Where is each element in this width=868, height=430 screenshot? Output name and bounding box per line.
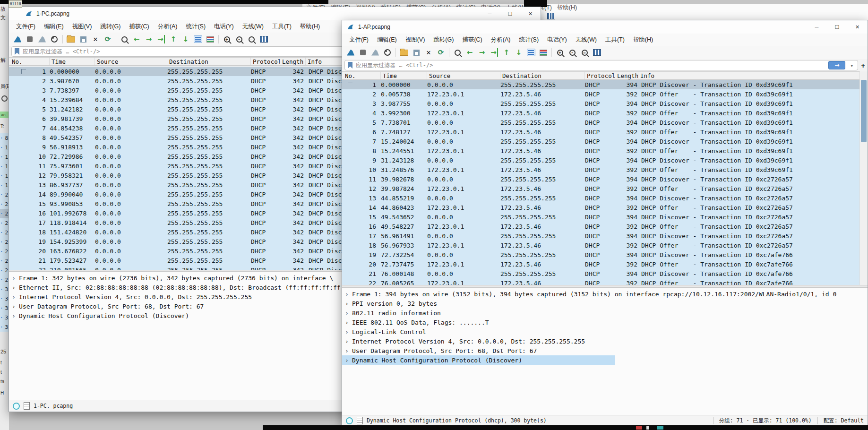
go-forward-icon[interactable]: → [143,34,155,45]
column-header-length[interactable]: Length [615,72,638,79]
packet-row[interactable]: 2276.005265172.23.0.1172.23.5.46DHCP392D… [342,278,859,285]
column-header-no[interactable]: No. [342,72,381,79]
packet-row[interactable]: 1856.967933172.23.0.1172.23.5.46DHCP392D… [342,241,859,250]
bookmark-icon[interactable] [15,48,19,55]
packet-row[interactable]: 43.992300172.23.0.1172.23.5.46DHCP392DHC… [342,108,859,118]
packet-row[interactable]: 1649.548227172.23.0.1172.23.5.46DHCP392D… [342,222,859,231]
packet-row[interactable]: 2072.737475172.23.0.1172.23.5.46DHCP392D… [342,259,859,269]
menu-item[interactable]: 无线(W) [238,23,268,31]
packet-list[interactable]: 10.0000000.0.0.0255.255.255.255DHCP394DH… [342,80,859,285]
column-header-time[interactable]: Time [50,58,95,65]
menu-item[interactable]: 编辑(E) [373,36,401,44]
menu-item[interactable]: 视图(V) [68,23,96,31]
expander-icon[interactable]: › [345,338,352,345]
detail-tree-row[interactable]: ›802.11 radio information [342,308,868,318]
detail-tree-row[interactable]: ›Frame 1: 394 bytes on wire (3152 bits),… [342,289,868,299]
packet-row[interactable]: 67.748127172.23.0.1172.23.5.46DHCP392DHC… [342,127,859,137]
titlebar[interactable]: 1-AP.pcapng ─ ☐ ✕ [342,20,868,34]
packet-row[interactable]: 57.7387010.0.0.0255.255.255.255DHCP394DH… [342,118,859,127]
detail-tree-row[interactable]: ›PPI version 0, 32 bytes [342,299,868,308]
menu-item[interactable]: 文件(F) [345,36,373,44]
minimize-button[interactable]: ─ [807,20,827,34]
find-packet-icon[interactable] [451,47,464,58]
restart-capture-icon[interactable] [36,34,48,45]
resize-columns-icon[interactable] [591,47,603,58]
expander-icon[interactable]: › [12,303,19,310]
maximize-button[interactable]: ☐ [827,20,847,34]
go-last-icon[interactable]: ↓ [513,47,525,58]
close-file-icon[interactable]: ✕ [89,34,102,45]
find-packet-icon[interactable] [118,34,130,45]
zoom-in-icon[interactable]: + [554,47,566,58]
go-back-icon[interactable]: ← [464,47,476,58]
menu-item[interactable]: 视图(V) [401,36,430,44]
packet-row[interactable]: 1549.5436520.0.0.0255.255.255.255DHCP394… [342,212,859,222]
close-button[interactable]: ✕ [847,20,868,34]
auto-scroll-icon[interactable] [525,47,537,58]
titlebar[interactable]: 1-PC.pcapng ─ ☐ ✕ [9,7,541,21]
menu-item[interactable]: 捕获(C) [458,36,486,44]
column-header-destination[interactable]: Destination [500,72,585,79]
go-last-icon[interactable]: ↓ [180,34,192,45]
add-filter-button[interactable]: + [861,61,865,69]
column-header-no[interactable]: No. [9,58,50,65]
packet-row[interactable]: 815.244551172.23.0.1172.23.5.46DHCP392DH… [342,146,859,155]
column-header-destination[interactable]: Destination [167,58,251,65]
apply-filter-button[interactable]: → [828,61,845,69]
colorize-icon[interactable] [204,34,216,45]
column-header-length[interactable]: Length [280,58,306,65]
expander-icon[interactable]: › [345,357,352,364]
menu-item[interactable]: 统计(S) [515,36,543,44]
expander-icon[interactable]: › [12,293,19,301]
open-file-icon[interactable] [398,47,410,58]
close-file-icon[interactable]: ✕ [422,47,435,58]
expander-icon[interactable]: › [345,319,352,326]
stop-capture-icon[interactable] [24,34,36,45]
detail-tree-row[interactable]: ›Logical-Link Control [342,327,868,336]
detail-tree-row[interactable]: ›User Datagram Protocol, Src Port: 68, D… [342,346,868,355]
menu-item[interactable]: 帮助(H) [629,36,657,44]
go-forward-icon[interactable]: → [476,47,488,58]
packet-row[interactable]: 931.2431280.0.0.0255.255.255.255DHCP394D… [342,155,859,165]
filter-dropdown-caret-icon[interactable]: ▾ [851,63,853,68]
go-back-icon[interactable]: ← [130,34,143,45]
auto-scroll-icon[interactable] [192,34,204,45]
close-button[interactable]: ✕ [520,7,541,20]
zoom-reset-icon[interactable]: = [245,34,258,45]
start-capture-icon[interactable] [344,47,357,58]
menu-item[interactable]: 分析(A) [487,36,515,44]
vertical-scrollbar[interactable] [859,71,868,285]
start-capture-icon[interactable] [11,34,24,45]
column-header-source[interactable]: Source [95,58,167,65]
zoom-in-icon[interactable]: + [221,34,233,45]
expander-icon[interactable]: › [12,284,19,291]
detail-tree-row[interactable]: ›Internet Protocol Version 4, Src: 0.0.0… [342,336,868,346]
menu-item[interactable]: 工具(T) [268,23,296,31]
display-filter-input[interactable]: 应用显示过滤器 … <Ctrl-/> → ▾ [344,60,858,70]
packet-row[interactable]: 20.005738172.23.0.1172.23.5.46DHCP392DHC… [342,89,859,99]
scrollbar-thumb[interactable] [861,80,867,142]
menu-item[interactable]: 电话(Y) [210,23,238,31]
menu-item[interactable]: 电话(Y) [543,36,571,44]
column-header-time[interactable]: Time [381,72,427,79]
packet-row[interactable]: 1139.9826780.0.0.0255.255.255.255DHCP394… [342,174,859,184]
expander-icon[interactable]: › [345,347,352,354]
menu-item[interactable]: 帮助(H) [296,23,324,31]
save-file-icon[interactable] [410,47,422,58]
expander-icon[interactable]: › [345,328,352,335]
resize-columns-icon[interactable] [258,34,270,45]
packet-row[interactable]: 2176.0001480.0.0.0255.255.255.255DHCP394… [342,269,859,278]
detail-tree-row[interactable]: ›IEEE 802.11 QoS Data, Flags: .......T [342,318,868,327]
menu-item[interactable]: 工具(T) [601,36,629,44]
packet-row[interactable]: 1239.987824172.23.0.1172.23.5.46DHCP392D… [342,184,859,193]
capture-options-icon[interactable] [48,34,60,45]
go-first-icon[interactable]: ↑ [500,47,513,58]
expander-icon[interactable]: › [12,312,19,319]
reload-file-icon[interactable]: ⟳ [102,34,114,45]
column-header-protocol[interactable]: Protocol [251,58,280,65]
menu-item[interactable]: 统计(S) [181,23,210,31]
column-header-protocol[interactable]: Protocol [585,72,615,79]
menu-item[interactable]: 无线(W) [571,36,601,44]
expander-icon[interactable]: › [12,275,19,282]
go-to-packet-icon[interactable]: → [155,34,167,45]
